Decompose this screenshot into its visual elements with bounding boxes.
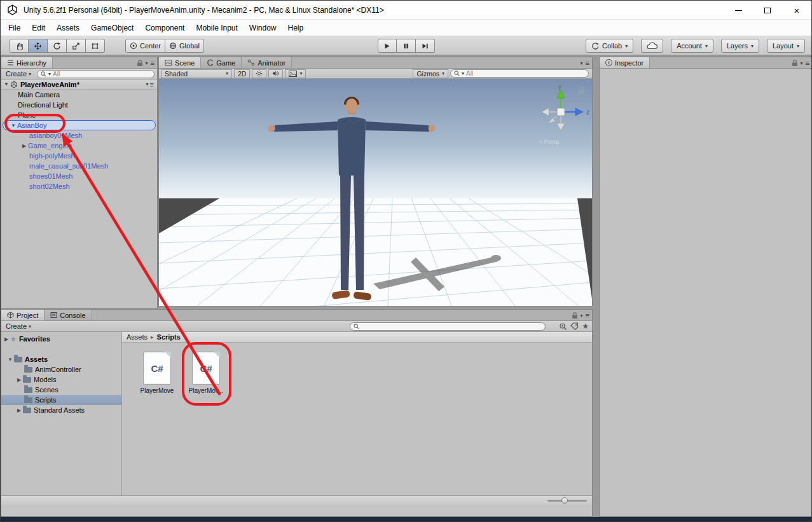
hierarchy-search-input[interactable] xyxy=(53,71,151,78)
collab-label: Collab xyxy=(602,42,622,50)
item-label: high-polyMesh xyxy=(29,152,75,160)
lock-icon[interactable] xyxy=(572,312,578,319)
hierarchy-item-plane[interactable]: Plane xyxy=(1,110,157,120)
layers-dropdown[interactable]: Layers ▾ xyxy=(721,39,759,53)
account-dropdown[interactable]: Account ▾ xyxy=(671,39,713,53)
shading-mode-dropdown[interactable]: Shaded ▾ xyxy=(161,69,232,78)
expand-open-icon[interactable]: ▼ xyxy=(10,123,17,128)
scale-tool-button[interactable] xyxy=(67,39,86,53)
cloud-button[interactable] xyxy=(641,39,663,53)
hierarchy-item-game-engine[interactable]: ▶ Game_engine xyxy=(1,141,157,151)
menu-file[interactable]: File xyxy=(3,20,26,36)
hierarchy-item-asianboy-selected[interactable]: ▼ AsianBoy xyxy=(3,120,156,130)
page-fold-icon xyxy=(214,352,220,358)
menu-gameobject[interactable]: GameObject xyxy=(85,20,139,36)
menu-mobile-input[interactable]: Mobile Input xyxy=(190,20,243,36)
rect-tool-button[interactable] xyxy=(86,39,105,53)
play-button[interactable] xyxy=(378,39,397,53)
expand-open-icon[interactable]: ▼ xyxy=(6,357,14,362)
project-search-field[interactable] xyxy=(350,322,546,331)
expand-closed-icon[interactable]: ▶ xyxy=(15,408,23,413)
hierarchy-create-button[interactable]: Create ▾ xyxy=(4,70,33,78)
saved-search-star-icon[interactable]: ★ xyxy=(582,322,589,331)
audio-toggle-button[interactable] xyxy=(268,69,283,78)
tab-scene[interactable]: Scene xyxy=(159,57,201,68)
expand-closed-icon[interactable]: ▶ xyxy=(3,336,10,342)
gizmos-dropdown[interactable]: Gizmos ▾ xyxy=(413,69,448,78)
expand-closed-icon[interactable]: ▶ xyxy=(20,143,28,149)
tab-label: Hierarchy xyxy=(17,59,46,67)
panel-menu-icon[interactable]: ≡ xyxy=(151,59,155,67)
minimize-button[interactable] xyxy=(724,1,753,20)
move-tool-button[interactable] xyxy=(29,39,48,53)
hierarchy-item-asianboy01mesh[interactable]: asianboy01Mesh xyxy=(1,130,157,141)
effects-dropdown-button[interactable]: ▾ xyxy=(285,69,306,78)
panel-menu-icon[interactable]: ≡ xyxy=(586,312,589,319)
expand-open-icon[interactable]: ▼ xyxy=(3,81,10,87)
search-filter-caret-icon[interactable]: ▾ xyxy=(462,71,464,76)
project-favorites-row[interactable]: ▶ ★ Favorites xyxy=(1,334,121,344)
project-folder-standard-assets[interactable]: ▶ Standard Assets xyxy=(1,405,121,415)
scene-row-menu-icon[interactable]: ≡ xyxy=(150,81,154,88)
project-folder-models[interactable]: ▶ Models xyxy=(1,374,121,385)
maximize-button[interactable] xyxy=(753,1,782,20)
menu-window[interactable]: Window xyxy=(244,20,282,36)
close-button[interactable]: × xyxy=(782,1,811,20)
hierarchy-item-shoes01mesh[interactable]: shoes01Mesh xyxy=(1,171,157,181)
search-by-label-icon[interactable] xyxy=(570,322,579,331)
scene-search-field[interactable]: ▾ xyxy=(450,69,589,78)
scene-search-input[interactable] xyxy=(466,70,585,77)
project-folder-assets[interactable]: ▼ Assets xyxy=(1,354,121,364)
tab-hierarchy[interactable]: Hierarchy xyxy=(1,57,53,68)
hierarchy-search-field[interactable]: ▾ xyxy=(37,70,155,78)
hierarchy-item-high-polymesh[interactable]: high-polyMesh xyxy=(1,151,157,161)
gizmos-label: Gizmos xyxy=(416,70,439,78)
rotate-tool-button[interactable] xyxy=(48,39,67,53)
item-label: shoes01Mesh xyxy=(29,172,73,180)
lock-icon[interactable] xyxy=(137,59,143,67)
file-playermov-truncated[interactable]: C# PlayerMov... xyxy=(185,352,227,394)
menu-edit[interactable]: Edit xyxy=(26,20,51,36)
panel-menu-icon[interactable]: ≡ xyxy=(586,59,589,67)
hierarchy-scene-row[interactable]: ▼ PlayerMoveAnim* ▾ ≡ xyxy=(1,79,157,90)
perspective-label[interactable]: < Persp xyxy=(539,139,559,145)
project-create-button[interactable]: Create ▾ xyxy=(4,322,33,330)
tab-project[interactable]: Project xyxy=(1,310,45,320)
breadcrumb-root[interactable]: Assets xyxy=(127,333,148,341)
menu-component[interactable]: Component xyxy=(139,20,190,36)
tab-inspector[interactable]: i Inspector xyxy=(600,57,650,68)
menu-help[interactable]: Help xyxy=(282,20,310,36)
menu-assets[interactable]: Assets xyxy=(51,20,85,36)
tab-game[interactable]: Game xyxy=(201,57,242,68)
hierarchy-item-short02mesh[interactable]: short02Mesh xyxy=(1,181,157,191)
lighting-toggle-button[interactable] xyxy=(252,69,266,78)
hand-tool-button[interactable] xyxy=(10,39,29,53)
scene-viewport[interactable]: y z < Persp xyxy=(159,79,592,306)
hierarchy-item-directional-light[interactable]: Directional Light xyxy=(1,100,157,110)
pivot-toggle-button[interactable]: Center xyxy=(125,39,165,53)
search-by-type-icon[interactable] xyxy=(559,322,567,331)
collab-dropdown[interactable]: Collab ▾ xyxy=(586,39,633,53)
tab-animator[interactable]: Animator xyxy=(242,57,292,68)
2d-toggle-button[interactable]: 2D xyxy=(234,69,250,78)
hierarchy-item-main-camera[interactable]: Main Camera xyxy=(1,90,157,100)
panel-menu-icon[interactable]: ≡ xyxy=(806,59,809,67)
search-filter-caret-icon[interactable]: ▾ xyxy=(48,71,51,77)
lock-icon[interactable] xyxy=(792,59,798,67)
project-search-input[interactable] xyxy=(361,323,542,330)
create-label: Create xyxy=(6,70,27,78)
tab-console[interactable]: Console xyxy=(45,310,92,320)
file-playermove[interactable]: C# PlayerMove xyxy=(136,352,178,394)
hierarchy-item-male-casual-suit01mesh[interactable]: male_casual_suit01Mesh xyxy=(1,161,157,171)
item-label: short02Mesh xyxy=(29,182,70,190)
step-button[interactable] xyxy=(416,39,435,53)
project-folder-scenes[interactable]: Scenes xyxy=(1,385,121,395)
project-folder-animcontroller[interactable]: AnimController xyxy=(1,364,121,374)
zoom-slider-handle[interactable] xyxy=(561,497,568,504)
pause-button[interactable] xyxy=(397,39,416,53)
space-toggle-button[interactable]: Global xyxy=(165,39,204,53)
center-pivot-icon xyxy=(130,42,137,50)
layout-dropdown[interactable]: Layout ▾ xyxy=(767,39,805,53)
expand-closed-icon[interactable]: ▶ xyxy=(15,377,23,383)
project-folder-scripts-selected[interactable]: Scripts xyxy=(1,395,121,405)
